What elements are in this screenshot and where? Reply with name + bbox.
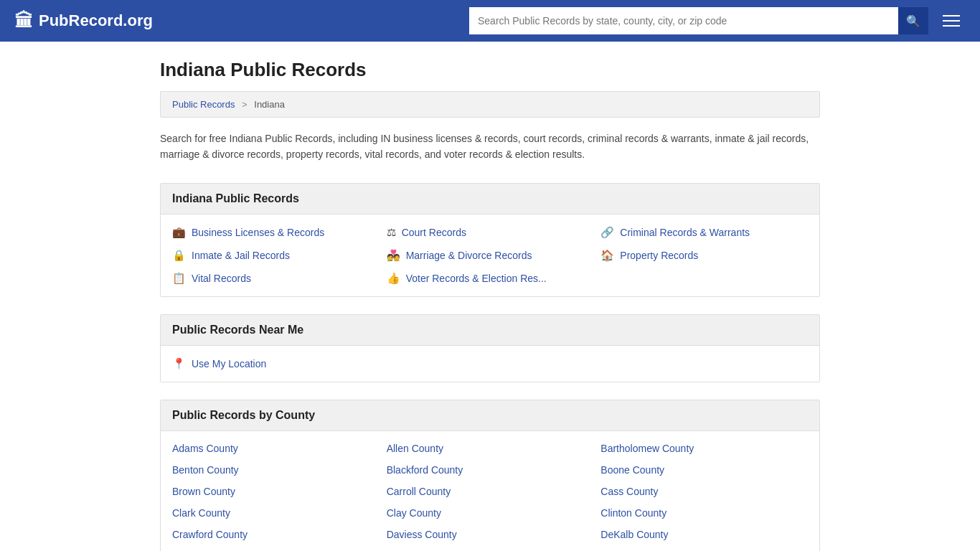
use-my-location-link[interactable]: 📍 Use My Location	[172, 357, 808, 370]
use-my-location-label: Use My Location	[192, 358, 266, 369]
record-label-2: Criminal Records & Warrants	[620, 227, 750, 238]
county-link-13[interactable]: Daviess County	[387, 529, 594, 540]
page-description: Search for free Indiana Public Records, …	[160, 131, 820, 163]
county-link-9[interactable]: Clark County	[172, 507, 380, 519]
menu-bar-3	[943, 25, 960, 27]
breadcrumb-home-link[interactable]: Public Records	[172, 99, 235, 110]
county-link-1[interactable]: Allen County	[387, 443, 594, 454]
site-logo[interactable]: 🏛 PubRecord.org	[14, 10, 153, 32]
record-icon-2: 🔗	[600, 226, 614, 239]
record-link-3[interactable]: 🔒Inmate & Jail Records	[172, 249, 380, 262]
record-link-1[interactable]: ⚖Court Records	[387, 226, 594, 239]
record-icon-1: ⚖	[387, 226, 396, 239]
menu-bar-1	[943, 15, 960, 17]
record-icon-5: 🏠	[600, 249, 614, 262]
record-icon-4: 💑	[387, 249, 400, 262]
search-button[interactable]: 🔍	[898, 7, 928, 34]
record-link-6[interactable]: 📋Vital Records	[172, 272, 380, 285]
record-label-3: Inmate & Jail Records	[192, 250, 290, 261]
record-link-0[interactable]: 💼Business Licenses & Records	[172, 226, 380, 239]
record-label-5: Property Records	[620, 250, 698, 261]
records-section: Indiana Public Records 💼Business License…	[160, 183, 820, 297]
records-grid: 💼Business Licenses & Records⚖Court Recor…	[172, 226, 808, 285]
county-link-6[interactable]: Brown County	[172, 486, 380, 497]
breadcrumb-separator: >	[242, 99, 248, 110]
search-icon: 🔍	[906, 14, 920, 28]
record-label-7: Voter Records & Election Res...	[406, 273, 547, 284]
county-link-5[interactable]: Boone County	[600, 464, 808, 476]
records-section-body: 💼Business Licenses & Records⚖Court Recor…	[161, 215, 819, 296]
page-title: Indiana Public Records	[160, 59, 820, 81]
hamburger-menu-button[interactable]	[937, 12, 966, 29]
record-icon-3: 🔒	[172, 249, 186, 262]
record-icon-0: 💼	[172, 226, 186, 239]
menu-bar-2	[943, 20, 960, 22]
county-section-body: Adams CountyAllen CountyBartholomew Coun…	[161, 431, 819, 551]
near-me-section-header: Public Records Near Me	[161, 315, 819, 346]
county-link-12[interactable]: Crawford County	[172, 529, 380, 540]
search-input[interactable]	[469, 7, 898, 34]
county-link-2[interactable]: Bartholomew County	[600, 443, 808, 454]
record-label-0: Business Licenses & Records	[192, 227, 324, 238]
county-link-14[interactable]: DeKalb County	[600, 529, 808, 540]
record-icon-7: 👍	[387, 272, 400, 285]
county-link-0[interactable]: Adams County	[172, 443, 380, 454]
main-content: Indiana Public Records Public Records > …	[146, 42, 834, 551]
record-link-7[interactable]: 👍Voter Records & Election Res...	[387, 272, 594, 285]
county-section: Public Records by County Adams CountyAll…	[160, 400, 820, 551]
logo-icon: 🏛	[14, 10, 33, 32]
search-container: 🔍	[469, 7, 928, 34]
record-icon-6: 📋	[172, 272, 186, 285]
near-me-section: Public Records Near Me 📍 Use My Location	[160, 314, 820, 382]
breadcrumb: Public Records > Indiana	[160, 91, 820, 118]
county-link-4[interactable]: Blackford County	[387, 464, 594, 476]
record-link-4[interactable]: 💑Marriage & Divorce Records	[387, 249, 594, 262]
county-grid: Adams CountyAllen CountyBartholomew Coun…	[172, 443, 808, 540]
logo-text: PubRecord.org	[39, 11, 153, 30]
record-label-4: Marriage & Divorce Records	[406, 250, 532, 261]
county-section-header: Public Records by County	[161, 400, 819, 431]
record-link-2[interactable]: 🔗Criminal Records & Warrants	[600, 226, 808, 239]
county-link-8[interactable]: Cass County	[600, 486, 808, 497]
location-icon: 📍	[172, 357, 186, 370]
near-me-section-body: 📍 Use My Location	[161, 346, 819, 382]
record-link-5[interactable]: 🏠Property Records	[600, 249, 808, 262]
record-label-1: Court Records	[402, 227, 466, 238]
records-section-header: Indiana Public Records	[161, 184, 819, 215]
record-label-6: Vital Records	[192, 273, 251, 284]
county-link-7[interactable]: Carroll County	[387, 486, 594, 497]
breadcrumb-current: Indiana	[254, 99, 285, 110]
county-link-3[interactable]: Benton County	[172, 464, 380, 476]
county-link-11[interactable]: Clinton County	[600, 507, 808, 519]
county-link-10[interactable]: Clay County	[387, 507, 594, 519]
site-header: 🏛 PubRecord.org 🔍	[0, 0, 980, 42]
